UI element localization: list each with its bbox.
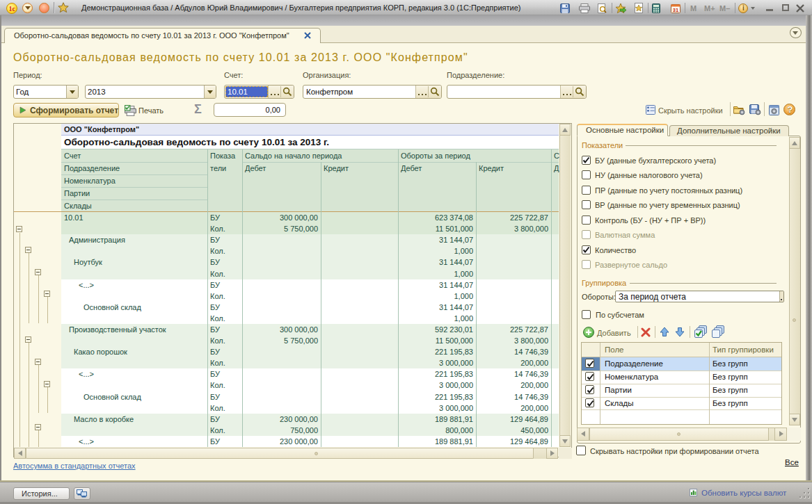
svg-text:31: 31 [673, 7, 678, 13]
